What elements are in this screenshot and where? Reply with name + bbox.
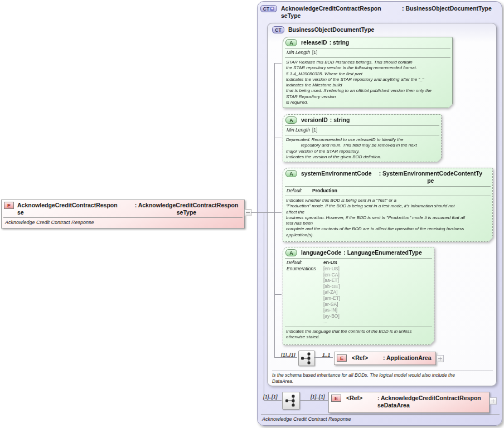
element-ref: <Ref> xyxy=(352,354,383,362)
attribute-type: : LanguageEnumeratedType xyxy=(343,249,421,256)
connector-line xyxy=(314,357,333,358)
complextype-extension-icon: CT+ xyxy=(260,5,277,12)
complextype-base-ref: : BusinessObjectDocumentType xyxy=(402,5,492,12)
attribute-doc: Indicates the language that the contents… xyxy=(283,328,434,342)
element-node-applicationarea[interactable]: E <Ref> : ApplicationArea xyxy=(334,352,436,365)
attribute-type: : SystemEnvironmentCodeContentTy pe xyxy=(372,170,490,184)
schema-diagram: E AcknowledgeCreditContractRespon se : A… xyxy=(0,0,504,428)
attribute-type: : string xyxy=(330,116,350,124)
element-type: : ApplicationArea xyxy=(383,354,432,362)
attribute-icon: A xyxy=(285,39,297,46)
facet-value: [1] xyxy=(312,127,317,133)
attribute-node-languagecode[interactable]: A languageCode : LanguageEnumeratedType … xyxy=(283,247,434,345)
facet-value: Production xyxy=(312,188,337,194)
connector-line xyxy=(274,63,282,64)
sequence-icon xyxy=(284,394,298,407)
enumerations-label: Enumerations xyxy=(287,266,323,325)
element-icon: E xyxy=(331,395,341,402)
attribute-type: : string xyxy=(329,39,350,46)
element-icon: E xyxy=(337,354,347,362)
connector-line xyxy=(264,400,282,401)
facet-value: en-US xyxy=(323,260,337,266)
basetype-header: CT BusinessObjectDocumentType xyxy=(272,26,374,33)
collapse-button[interactable] xyxy=(244,209,251,216)
attribute-node-releaseid[interactable]: A releaseID : string Min Length [1] STAR… xyxy=(283,37,453,108)
attribute-icon: A xyxy=(285,170,297,177)
sequence-icon xyxy=(299,352,314,365)
connector-line xyxy=(299,400,328,401)
divider xyxy=(3,217,243,218)
facet-label: Min Length xyxy=(287,127,312,133)
attribute-name: systemEnvironmentCode xyxy=(301,170,372,177)
complextype-node-acknowledgecreditcontractresponsetype[interactable]: CT+ AcknowledgeCreditContractRespon seTy… xyxy=(257,1,502,426)
attribute-node-versionid[interactable]: A versionID : string Min Length [1] Depr… xyxy=(283,114,442,162)
element-title: E AcknowledgeCreditContractRespon se : A… xyxy=(2,200,244,217)
minus-icon xyxy=(246,212,250,213)
element-doc: Acknowledge Credit Contract Response xyxy=(2,218,244,226)
element-type: : AcknowledgeCreditContractRespon seType xyxy=(132,202,241,216)
attribute-icon: A xyxy=(285,249,297,256)
basetype-node-businessobjectdocumenttype[interactable]: CT BusinessObjectDocumentType A releaseI… xyxy=(267,23,497,386)
cardinality-label: [1]..[1] xyxy=(263,394,278,400)
complextype-icon: CT xyxy=(272,26,284,33)
connector-line xyxy=(274,138,282,138)
facet-label: Default xyxy=(287,260,323,266)
attribute-name: languageCode xyxy=(301,249,341,256)
complextype-doc: Acknowledge Credit Contract Response xyxy=(262,416,351,422)
expand-button[interactable] xyxy=(490,397,497,405)
attribute-icon: A xyxy=(285,116,297,124)
element-node-acknowledge-credit-contract-response[interactable]: E AcknowledgeCreditContractRespon se : A… xyxy=(1,200,245,228)
attribute-doc: STAR Release this BOD Instances belongs.… xyxy=(283,59,452,106)
cardinality-label: [1]..[1] xyxy=(311,394,325,400)
sequence-compositor-button[interactable] xyxy=(282,392,300,410)
facet-label: Default xyxy=(287,188,312,194)
connector-line xyxy=(251,212,282,213)
basetype-name: BusinessObjectDocumentType xyxy=(288,26,374,33)
facet-value: [1] xyxy=(312,50,317,56)
connector-line xyxy=(274,63,275,358)
divider xyxy=(272,371,493,371)
connector-line xyxy=(264,212,264,401)
plus-icon xyxy=(493,399,493,403)
element-ref: <Ref> xyxy=(346,395,377,402)
element-icon: E xyxy=(4,202,14,209)
attribute-doc: Indicates whether this BOD is being sent… xyxy=(283,197,492,239)
complextype-name: AcknowledgeCreditContractRespon seType xyxy=(281,5,399,20)
attribute-name: versionID xyxy=(301,116,328,124)
element-node-dataarea[interactable]: E <Ref> : AcknowledgeCreditContractRespo… xyxy=(328,392,490,413)
connector-line xyxy=(274,294,282,295)
element-name: AcknowledgeCreditContractRespon se xyxy=(17,202,132,216)
element-type: : AcknowledgeCreditContractRespon seData… xyxy=(377,395,481,409)
expand-button[interactable] xyxy=(437,355,444,362)
attribute-name: releaseID xyxy=(301,39,327,46)
attribute-doc: Deprecated. Recommended to use releaseID… xyxy=(283,136,441,161)
plus-icon xyxy=(440,357,440,361)
sequence-compositor-button[interactable] xyxy=(298,351,315,366)
connector-line xyxy=(274,357,297,358)
attribute-node-systemenvironmentcode[interactable]: A systemEnvironmentCode : SystemEnvironm… xyxy=(283,168,493,242)
divider xyxy=(261,414,500,415)
facet-label: Min Length xyxy=(287,50,312,56)
complextype-header: CT+ AcknowledgeCreditContractRespon seTy… xyxy=(260,5,492,20)
basetype-doc: Is the schema based inheritance for all … xyxy=(272,372,455,384)
enumerations-values: [en-US] [en-CA] [aa-ET] [ab-GE] [af-ZA] … xyxy=(323,266,340,325)
